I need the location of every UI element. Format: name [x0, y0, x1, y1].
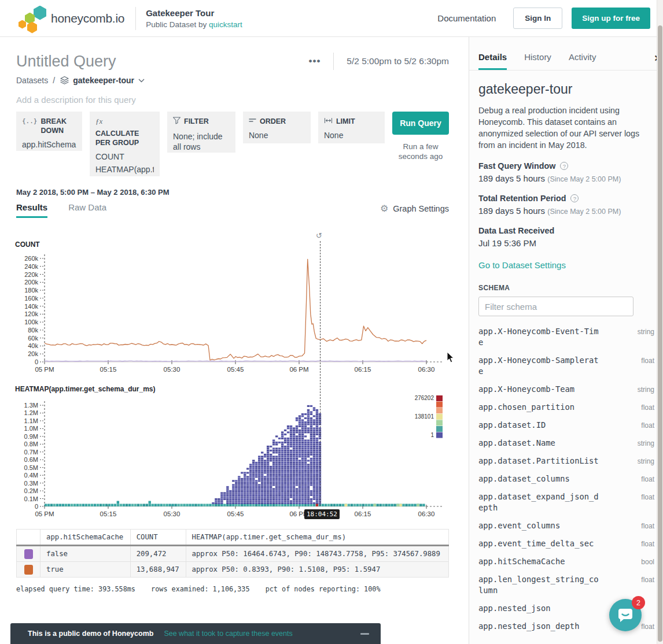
svg-text:0.4M: 0.4M — [24, 472, 38, 479]
schema-section-label: SCHEMA — [478, 284, 654, 292]
breadcrumb-datasets[interactable]: Datasets — [16, 76, 48, 85]
help-icon[interactable]: ? — [570, 194, 579, 202]
dataset-title: Gatekeeper Tour — [146, 8, 242, 18]
schema-row[interactable]: app.hitSchemaCachebool — [478, 556, 654, 567]
schema-column-type: float — [641, 538, 654, 549]
schema-column-name: app.dataset_columns — [478, 473, 599, 484]
schema-column-type: float — [641, 355, 654, 377]
svg-text:05:15: 05:15 — [100, 510, 117, 517]
chevron-down-icon[interactable] — [138, 79, 145, 83]
order-block[interactable]: ORDER None — [243, 112, 311, 143]
count-line-chart[interactable]: 020k40k60k80k100k120k140k160k180k200k220… — [16, 246, 449, 377]
banner-link[interactable]: See what it took to capture these events — [164, 630, 292, 638]
page-scrollbar[interactable] — [657, 0, 663, 644]
filter-block[interactable]: FILTER None; include all rows — [167, 112, 235, 153]
dataset-title-block: Gatekeeper Tour Public Dataset by quicks… — [146, 8, 242, 29]
tab-raw-data[interactable]: Raw Data — [68, 202, 106, 218]
minimize-icon[interactable] — [360, 633, 369, 635]
tab-activity[interactable]: Activity — [569, 52, 596, 70]
limit-block[interactable]: LIMIT None — [318, 112, 385, 143]
tab-results[interactable]: Results — [16, 202, 47, 218]
svg-text:180k: 180k — [24, 287, 38, 294]
sign-in-button[interactable]: Sign In — [513, 8, 562, 29]
results-tabs: Results Raw Data ⚙ Graph Settings — [16, 202, 449, 218]
query-title[interactable]: Untitled Query — [16, 52, 116, 71]
schema-row[interactable]: app.X-Honeycomb-Sampleratefloat — [478, 355, 654, 377]
svg-text:1: 1 — [430, 432, 434, 438]
result-date-range: May 2 2018, 5:00 PM – May 2 2018, 6:30 P… — [16, 188, 449, 197]
banner-text: This is a public demo of Honeycomb — [28, 630, 153, 638]
schema-row[interactable]: app.event_time_delta_secfloat — [478, 538, 654, 549]
table-cell: true — [40, 562, 131, 578]
schema-column-type: string — [638, 384, 654, 395]
schema-column-type: float — [641, 574, 654, 596]
svg-text:0.9M: 0.9M — [24, 433, 38, 440]
documentation-link[interactable]: Documentation — [437, 13, 496, 23]
schema-column-name: app.dataset.ID — [478, 420, 599, 431]
fast-query-window-field: Fast Query Window? 189 days 5 hours (Sin… — [478, 161, 654, 183]
svg-text:138101: 138101 — [415, 413, 434, 420]
svg-text:0.7M: 0.7M — [24, 449, 38, 456]
schema-column-name: app.len_longest_string_column — [478, 574, 599, 596]
schema-row[interactable]: app.chosen_partitionfloat — [478, 402, 654, 413]
svg-text:05 PM: 05 PM — [35, 510, 54, 517]
function-icon: ƒx — [95, 117, 102, 126]
table-cell: approx P50: 16464.6743, P90: 148743.7758… — [186, 546, 448, 562]
schema-row[interactable]: app.len_longest_string_columnfloat — [478, 574, 654, 596]
order-value: None — [249, 131, 305, 140]
quickstart-link[interactable]: quickstart — [209, 20, 242, 29]
honeycomb-logo[interactable]: honeycomb.io — [17, 5, 124, 32]
schema-row[interactable]: app.event_columnsfloat — [478, 520, 654, 531]
svg-text:140k: 140k — [24, 303, 38, 310]
schema-row[interactable]: app.X-Honeycomb-Event-Timestring — [478, 326, 654, 348]
dataset-settings-link[interactable]: Go to Dataset Settings — [478, 260, 654, 270]
svg-text:0.8M: 0.8M — [24, 441, 38, 447]
page-scrollbar-thumb[interactable] — [658, 25, 662, 642]
run-query-button[interactable]: Run Query — [392, 112, 449, 135]
svg-text:05:15: 05:15 — [100, 366, 117, 373]
series-color-swatch — [24, 565, 33, 575]
query-menu-icon[interactable]: ••• — [308, 55, 321, 67]
tab-details[interactable]: Details — [478, 52, 507, 70]
schema-row[interactable]: app.X-Honeycomb-Teamstring — [478, 384, 654, 395]
svg-text:0: 0 — [35, 503, 38, 510]
gear-icon: ⚙ — [380, 203, 388, 214]
table-row[interactable]: true13,688,947approx P50: 0.8393, P90: 1… — [17, 562, 449, 578]
table-header-cell: app.hitSchemaCache — [40, 530, 131, 546]
crosshair-line[interactable] — [320, 241, 321, 506]
schema-row[interactable]: app.dataset_columnsfloat — [478, 473, 654, 484]
query-content: Untitled Query ••• 5/2 5:00pm to 5/2 6:3… — [0, 37, 469, 644]
honeycomb-logo-icon — [17, 5, 50, 32]
break-down-block[interactable]: {..}BREAK DOWN app.hitSchemaCache — [16, 112, 82, 151]
series-color-swatch — [24, 549, 33, 559]
schema-column-type: float — [641, 420, 654, 431]
svg-text:05:45: 05:45 — [227, 366, 244, 373]
schema-row[interactable]: app.dataset_expand_json_depthfloat — [478, 491, 654, 513]
heatmap-chart[interactable]: 00.1M0.2M0.3M0.4M0.5M0.6M0.7M0.8M0.9M1.0… — [16, 393, 449, 521]
table-header-cell: HEATMAP(app.timer.get_schema_dur_ms) — [186, 530, 448, 546]
table-row[interactable]: false209,472approx P50: 16464.6743, P90:… — [17, 546, 449, 562]
tab-history[interactable]: History — [524, 52, 551, 70]
svg-text:0: 0 — [35, 358, 38, 365]
help-icon[interactable]: ? — [560, 162, 568, 170]
svg-text:06:30: 06:30 — [418, 510, 435, 517]
schema-column-name: app.event_time_delta_sec — [478, 538, 599, 549]
crosshair-handle-icon[interactable]: ↺ — [316, 232, 322, 239]
schema-row[interactable]: app.dataset.IDfloat — [478, 420, 654, 431]
query-description-field[interactable]: Add a description for this query — [16, 95, 449, 105]
table-header-cell — [17, 530, 40, 546]
schema-column-type: string — [638, 456, 654, 467]
calculate-block[interactable]: ƒx CALCULATE PER GROUP COUNT HEATMAP(app… — [90, 112, 160, 176]
sign-up-button[interactable]: Sign up for free — [572, 8, 650, 29]
filter-schema-input[interactable] — [478, 297, 633, 316]
schema-column-type: float — [641, 473, 654, 484]
breadcrumb-dataset[interactable]: gatekeeper-tour — [73, 76, 134, 85]
svg-text:05 PM: 05 PM — [35, 366, 54, 373]
chat-notification-badge[interactable]: 2 — [632, 596, 645, 609]
table-cell: false — [40, 546, 131, 562]
schema-row[interactable]: app.dataset.PartitionListstring — [478, 456, 654, 467]
graph-settings-button[interactable]: ⚙ Graph Settings — [380, 203, 449, 218]
schema-row[interactable]: app.dataset.Namestring — [478, 438, 654, 449]
query-builder: {..}BREAK DOWN app.hitSchemaCache ƒx CAL… — [16, 112, 449, 176]
time-range-picker[interactable]: 5/2 5:00pm to 5/2 6:30pm — [347, 56, 449, 66]
